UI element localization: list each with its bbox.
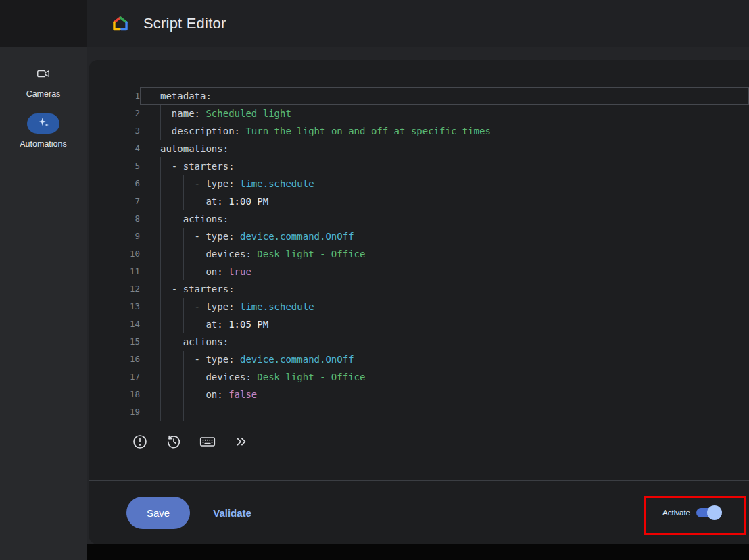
content-area: 1metadata:2 name: Scheduled light3 descr… [87,47,749,560]
indent-guide [160,351,161,368]
code-line[interactable]: name: Scheduled light [140,105,749,122]
indent-guide [160,228,161,245]
code-line-row[interactable]: 11 on: true [89,263,749,280]
code-line-row[interactable]: 7 at: 1:00 PM [89,193,749,210]
code-token: time.schedule [235,178,314,189]
code-line-row[interactable]: 18 on: false [89,386,749,403]
indent-guide [183,245,184,263]
line-number: 9 [89,228,140,245]
indent-guide [183,403,184,421]
google-home-logo-icon [111,15,130,32]
sidebar-item-label: Cameras [26,89,61,99]
indent-guide [160,193,161,210]
code-line[interactable]: on: true [140,263,749,280]
indent-guide [172,193,172,210]
code-line-row[interactable]: 13 - type: time.schedule [89,298,749,315]
code-line[interactable]: - type: time.schedule [140,298,749,315]
code-line[interactable]: actions: [140,333,749,351]
code-line-row[interactable]: 1metadata: [89,87,749,105]
code-line-row[interactable]: 9 - type: device.command.OnOff [89,228,749,245]
code-line[interactable]: - type: time.schedule [140,175,749,193]
code-line-row[interactable]: 19 [89,403,749,421]
activate-toggle[interactable] [696,507,721,518]
code-line-row[interactable]: 17 devices: Desk light - Office [89,368,749,386]
sparkle-icon [37,116,50,132]
code-line-row[interactable]: 4automations: [89,140,749,157]
indent-guide [172,298,172,315]
keyboard-button[interactable] [199,433,216,451]
problems-button[interactable] [131,433,149,451]
code-line-row[interactable]: 12 - starters: [89,280,749,298]
line-number: 6 [89,175,140,193]
line-number: 5 [89,157,140,175]
code-line-row[interactable]: 10 devices: Desk light - Office [89,245,749,263]
code-line-row[interactable]: 3 description: Turn the light on and off… [89,122,749,140]
code-editor[interactable]: 1metadata:2 name: Scheduled light3 descr… [89,87,749,421]
code-line[interactable]: devices: Desk light - Office [140,368,749,386]
indent-guide [160,105,161,122]
indent-guide [160,157,161,175]
code-line[interactable]: on: false [140,386,749,403]
code-token: - starters: [160,284,235,295]
sidebar-item-cameras[interactable]: Cameras [26,63,61,99]
code-line[interactable] [140,403,749,421]
more-tools-button[interactable] [233,433,250,451]
code-token: at: [160,319,223,330]
code-line[interactable]: - type: device.command.OnOff [140,351,749,368]
code-token: device.command.OnOff [235,231,354,242]
indent-guide [172,403,172,421]
line-number: 1 [89,87,140,105]
code-line-row[interactable]: 16 - type: device.command.OnOff [89,351,749,368]
code-token: Desk light - Office [251,249,366,259]
indent-guide [183,228,184,245]
code-token: devices: [160,372,251,382]
code-line[interactable]: description: Turn the light on and off a… [140,122,749,140]
code-token: Desk light - Office [251,372,366,382]
indent-guide [172,368,172,386]
code-line[interactable]: at: 1:05 PM [140,315,749,333]
code-line-row[interactable]: 8 actions: [89,210,749,228]
line-number: 3 [89,122,140,140]
indent-guide [160,298,161,315]
history-button[interactable] [165,433,183,451]
code-line-row[interactable]: 5 - starters: [89,157,749,175]
indent-guide [183,175,184,193]
code-line[interactable]: metadata: [140,87,749,105]
code-line[interactable]: - type: device.command.OnOff [140,228,749,245]
code-line[interactable]: devices: Desk light - Office [140,245,749,263]
topbar-corner [0,0,87,47]
indent-guide [172,351,172,368]
activate-group: Activate [662,507,721,518]
code-token: on: [160,389,223,400]
code-token: actions: [160,336,228,347]
sidebar-item-automations[interactable]: Automations [20,113,66,149]
code-token: time.schedule [235,301,314,312]
indent-guide [160,386,161,403]
validate-button[interactable]: Validate [213,507,251,519]
line-number: 13 [89,298,140,315]
indent-guide [160,368,161,386]
code-token: on: [160,266,223,277]
line-number: 18 [89,386,140,403]
code-line[interactable]: at: 1:00 PM [140,193,749,210]
line-number: 15 [89,333,140,351]
line-number: 2 [89,105,140,122]
code-token: false [223,389,258,400]
code-line[interactable]: actions: [140,210,749,228]
sidebar: Cameras Automations [0,47,87,560]
code-line-row[interactable]: 2 name: Scheduled light [89,105,749,122]
code-line[interactable]: - starters: [140,157,749,175]
indent-guide [160,175,161,193]
editor-toolbar [89,421,749,460]
code-line-row[interactable]: 14 at: 1:05 PM [89,315,749,333]
code-line-row[interactable]: 6 - type: time.schedule [89,175,749,193]
indent-guide [183,351,184,368]
indent-guide [195,245,195,263]
code-line[interactable]: - starters: [140,280,749,298]
save-button[interactable]: Save [126,497,190,529]
code-line-row[interactable]: 15 actions: [89,333,749,351]
keyboard-icon [199,433,216,451]
code-line[interactable]: automations: [140,140,749,157]
code-token: Turn the light on and off at specific ti… [240,126,491,136]
line-number: 10 [89,245,140,263]
